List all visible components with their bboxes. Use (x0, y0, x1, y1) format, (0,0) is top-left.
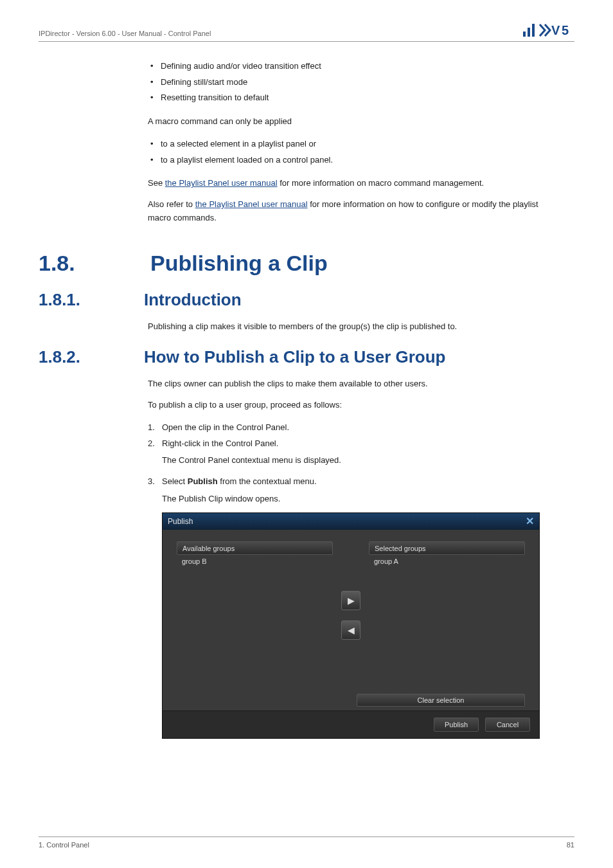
triangle-left-icon: ◀ (348, 625, 355, 635)
heading-text: Introduction (144, 290, 242, 310)
steps-list: 1.Open the clip in the Control Panel. 2.… (148, 420, 549, 451)
page-header: IPDirector - Version 6.00 - User Manual … (39, 23, 574, 42)
apply-bullets: to a selected element in a playlist pane… (148, 136, 549, 168)
text: from the contextual menu. (218, 476, 317, 486)
playlist-manual-link-2[interactable]: the Playlist Panel user manual (195, 199, 308, 209)
heading-text: How to Publish a Clip to a User Group (144, 347, 445, 367)
see-paragraph: See the Playlist Panel user manual for m… (148, 177, 549, 190)
section-1-8-2-heading: 1.8.2. How to Publish a Clip to a User G… (39, 347, 574, 367)
close-icon[interactable]: ✕ (526, 515, 534, 527)
text: Select (162, 476, 188, 486)
move-left-button[interactable]: ◀ (341, 620, 360, 640)
selected-groups-list[interactable]: group A (369, 555, 525, 690)
text: Also refer to (148, 199, 195, 209)
svg-text:V: V (551, 23, 560, 37)
clear-selection-button[interactable]: Clear selection (357, 694, 525, 707)
howto-lead-1: The clips owner can publish the clips to… (148, 377, 549, 391)
text: for more information on macro command ma… (278, 178, 484, 188)
transfer-buttons: ▶ ◀ (339, 541, 362, 690)
heading-number: 1.8.2. (39, 347, 129, 367)
available-groups-header: Available groups (177, 541, 333, 555)
available-groups-column: Available groups group B (177, 541, 333, 690)
evs-wordmark-icon: V 5 (538, 23, 574, 37)
dialog-footer: Publish Cancel (163, 710, 539, 738)
also-paragraph: Also refer to the Playlist Panel user ma… (148, 198, 549, 225)
macro-intro: A macro command can only be applied (148, 115, 549, 129)
list-item: to a playlist element loaded on a contro… (148, 152, 549, 168)
page-footer: 1. Control Panel 81 (39, 836, 574, 849)
step-2: 2.Right-click in the Control Panel. (148, 436, 549, 452)
footer-page-number: 81 (567, 841, 574, 849)
list-item[interactable]: group A (374, 557, 520, 565)
step-2-sub: The Control Panel contextual menu is dis… (162, 454, 549, 467)
step-text: Open the clip in the Control Panel. (162, 422, 289, 432)
dialog-title: Publish (168, 517, 193, 526)
available-groups-list[interactable]: group B (177, 555, 333, 690)
publish-button[interactable]: Publish (434, 718, 479, 732)
playlist-manual-link[interactable]: the Playlist Panel user manual (165, 178, 278, 188)
steps-list-cont: 3. Select Publish from the contextual me… (148, 474, 549, 490)
step-number: 2. (148, 436, 155, 452)
svg-text:5: 5 (562, 23, 569, 37)
step-number: 3. (148, 474, 155, 490)
list-item: Defining still/start mode (148, 75, 549, 91)
publish-bold: Publish (188, 476, 218, 486)
footer-left: 1. Control Panel (39, 841, 89, 849)
section-1-8-heading: 1.8. Publishing a Clip (39, 251, 574, 276)
heading-number: 1.8. (39, 251, 129, 276)
cancel-button[interactable]: Cancel (485, 718, 530, 732)
heading-number: 1.8.1. (39, 290, 129, 310)
evs-logo: V 5 (523, 23, 574, 37)
dialog-titlebar: Publish ✕ (163, 513, 539, 530)
step-1: 1.Open the clip in the Control Panel. (148, 420, 549, 436)
step-3: 3. Select Publish from the contextual me… (148, 474, 549, 490)
howto-lead-2: To publish a clip to a user group, proce… (148, 399, 549, 412)
step-number: 1. (148, 420, 155, 436)
section-1-8-1-heading: 1.8.1. Introduction (39, 290, 574, 310)
list-item: Resetting transition to default (148, 90, 549, 106)
list-item: to a selected element in a playlist pane… (148, 136, 549, 152)
selected-groups-column: Selected groups group A (369, 541, 525, 690)
move-right-button[interactable]: ▶ (341, 591, 360, 610)
breadcrumb: IPDirector - Version 6.00 - User Manual … (39, 30, 211, 37)
publish-dialog: Publish ✕ Available groups group B ▶ ◀ (162, 512, 540, 739)
heading-text: Publishing a Clip (150, 251, 328, 276)
list-item: Defining audio and/or video transition e… (148, 59, 549, 75)
transition-bullets: Defining audio and/or video transition e… (148, 59, 549, 106)
intro-paragraph: Publishing a clip makes it visible to me… (148, 320, 549, 334)
selected-groups-header: Selected groups (369, 541, 525, 555)
logo-bars-icon (523, 24, 535, 37)
step-3-sub: The Publish Clip window opens. (162, 493, 549, 506)
triangle-right-icon: ▶ (348, 595, 355, 606)
text: See (148, 178, 165, 188)
list-item[interactable]: group B (182, 557, 328, 565)
step-text: Right-click in the Control Panel. (162, 439, 278, 448)
